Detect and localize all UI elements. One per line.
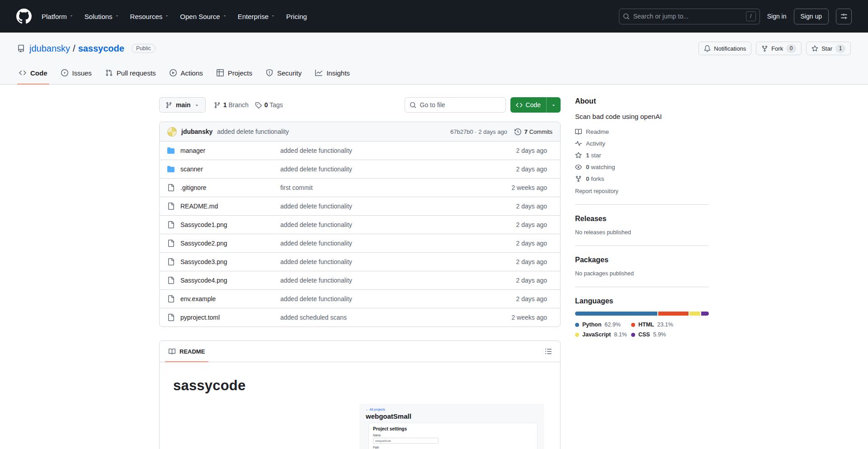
readme-link[interactable]: Readme	[575, 128, 709, 135]
outline-button[interactable]	[541, 344, 556, 359]
tab-issues[interactable]: Issues	[56, 61, 97, 84]
star-icon	[575, 152, 582, 159]
star-button[interactable]: Star 1	[806, 42, 851, 55]
language-name: JavaScript	[582, 331, 611, 338]
sign-in-link[interactable]: Sign in	[767, 13, 787, 20]
tab-security[interactable]: Security	[260, 61, 307, 84]
language-bar-segment-javascript	[689, 312, 700, 316]
tab-actions[interactable]: Actions	[164, 61, 208, 84]
readme-tab[interactable]: README	[164, 341, 209, 362]
file-name-link[interactable]: Sassycode1.png	[180, 221, 227, 228]
file-commit-message[interactable]: added delete functionality	[280, 277, 485, 284]
file-icon	[167, 258, 175, 265]
commit-message-link[interactable]: added delete functionality	[217, 128, 289, 135]
avatar[interactable]	[167, 127, 177, 137]
search-placeholder: Search or jump to...	[633, 13, 742, 20]
breadcrumb: jdubansky / sassycode Public	[29, 43, 156, 54]
file-name-link[interactable]: Sassycode2.png	[180, 240, 227, 247]
command-palette-button[interactable]	[836, 9, 852, 24]
language-percent: 5.9%	[653, 331, 666, 338]
table-row: env.example added delete functionality 2…	[160, 289, 560, 308]
tags-link[interactable]: 0 Tags	[255, 101, 283, 109]
commits-count: 7	[524, 128, 528, 135]
file-commit-message[interactable]: added delete functionality	[280, 295, 485, 302]
tab-insights[interactable]: Insights	[310, 61, 355, 84]
tab-code[interactable]: Code	[14, 61, 53, 84]
top-header: Platform Solutions Resources Open Source…	[0, 0, 868, 33]
book-icon	[575, 128, 582, 135]
language-item-python[interactable]: Python 62.9%	[575, 321, 631, 328]
file-name-link[interactable]: scanner	[180, 165, 203, 173]
activity-link-label: Activity	[586, 140, 605, 147]
branches-link[interactable]: 1 Branch	[214, 101, 249, 109]
current-branch: main	[176, 101, 191, 109]
file-name-link[interactable]: env.example	[180, 295, 216, 302]
file-icon	[167, 295, 175, 302]
nav-label: Solutions	[85, 13, 113, 20]
tab-pull-requests[interactable]: Pull requests	[100, 61, 161, 84]
language-item-javascript[interactable]: JavaScript 8.1%	[575, 331, 631, 338]
language-name: CSS	[638, 331, 650, 338]
file-commit-message[interactable]: added delete functionality	[280, 203, 485, 210]
stars-link[interactable]: 1 star	[575, 152, 709, 159]
language-item-css[interactable]: CSS 5.9%	[631, 331, 709, 338]
commit-sha-time[interactable]: 67b27b0 · 2 days ago	[450, 128, 507, 135]
sign-up-button[interactable]: Sign up	[794, 9, 829, 24]
nav-label: Resources	[130, 13, 163, 20]
language-bar-segment-css	[701, 312, 709, 316]
file-name-link[interactable]: pyproject.toml	[180, 314, 220, 321]
forks-link[interactable]: 0 forks	[575, 175, 709, 182]
latest-commit-bar: jdubansky added delete functionality 67b…	[160, 122, 560, 141]
language-item-html[interactable]: HTML 23.1%	[631, 321, 709, 328]
fork-button[interactable]: Fork 0	[756, 42, 802, 55]
file-commit-message[interactable]: added delete functionality	[280, 165, 485, 173]
file-commit-message[interactable]: added delete functionality	[280, 221, 485, 228]
commit-author-link[interactable]: jdubansky	[181, 128, 212, 135]
nav-item-platform[interactable]: Platform	[42, 13, 74, 20]
search-icon	[623, 13, 630, 20]
notifications-label: Notifications	[714, 45, 746, 52]
nav-item-open-source[interactable]: Open Source	[180, 13, 226, 20]
nav-item-enterprise[interactable]: Enterprise	[238, 13, 275, 20]
nav-item-solutions[interactable]: Solutions	[85, 13, 119, 20]
packages-title[interactable]: Packages	[575, 256, 709, 264]
file-commit-message[interactable]: added delete functionality	[280, 147, 485, 154]
go-to-file-input[interactable]: Go to file	[405, 97, 506, 113]
file-commit-message[interactable]: first commit	[280, 184, 485, 191]
watching-link[interactable]: 0 watching	[575, 164, 709, 170]
file-commit-date: 2 days ago	[485, 295, 552, 302]
activity-link[interactable]: Activity	[575, 140, 709, 147]
repo-sidebar: About Scan bad code using openAI Readme …	[575, 97, 709, 449]
languages-title: Languages	[575, 297, 709, 305]
readme-link-label: Readme	[586, 128, 609, 135]
github-logo[interactable]	[16, 9, 32, 24]
file-name-link[interactable]: .gitignore	[180, 184, 207, 191]
file-commit-message[interactable]: added delete functionality	[280, 258, 485, 265]
file-name-link[interactable]: manager	[180, 147, 205, 154]
repo-owner-link[interactable]: jdubansky	[29, 43, 70, 54]
tab-projects[interactable]: Projects	[211, 61, 258, 84]
search-icon	[410, 102, 416, 109]
nav-item-pricing[interactable]: Pricing	[286, 13, 307, 20]
nav-item-resources[interactable]: Resources	[130, 13, 170, 20]
branch-selector[interactable]: main	[159, 97, 206, 113]
commit-history-link[interactable]: 7 Commits	[514, 128, 552, 135]
git-branch-icon	[214, 102, 221, 109]
code-dropdown-button[interactable]: Code	[510, 97, 561, 113]
file-commit-message[interactable]: added delete functionality	[280, 240, 485, 247]
file-name-link[interactable]: Sassycode3.png	[180, 258, 227, 265]
repo-name-link[interactable]: sassycode	[78, 43, 124, 54]
notifications-button[interactable]: Notifications	[698, 42, 751, 55]
file-commit-date: 2 days ago	[485, 277, 552, 284]
releases-title[interactable]: Releases	[575, 215, 709, 223]
report-repository-link[interactable]: Report repository	[575, 188, 618, 194]
file-name-link[interactable]: Sassycode4.png	[180, 277, 227, 284]
file-name-link[interactable]: README.md	[180, 203, 218, 210]
branches-count: 1	[223, 101, 227, 109]
file-icon	[167, 314, 175, 321]
global-search-input[interactable]: Search or jump to... /	[619, 9, 760, 24]
commits-label: Commits	[529, 128, 552, 135]
readme-heading: sassycode	[173, 378, 547, 394]
tab-label: Insights	[326, 69, 350, 77]
file-commit-message[interactable]: added scheduled scans	[280, 314, 485, 321]
